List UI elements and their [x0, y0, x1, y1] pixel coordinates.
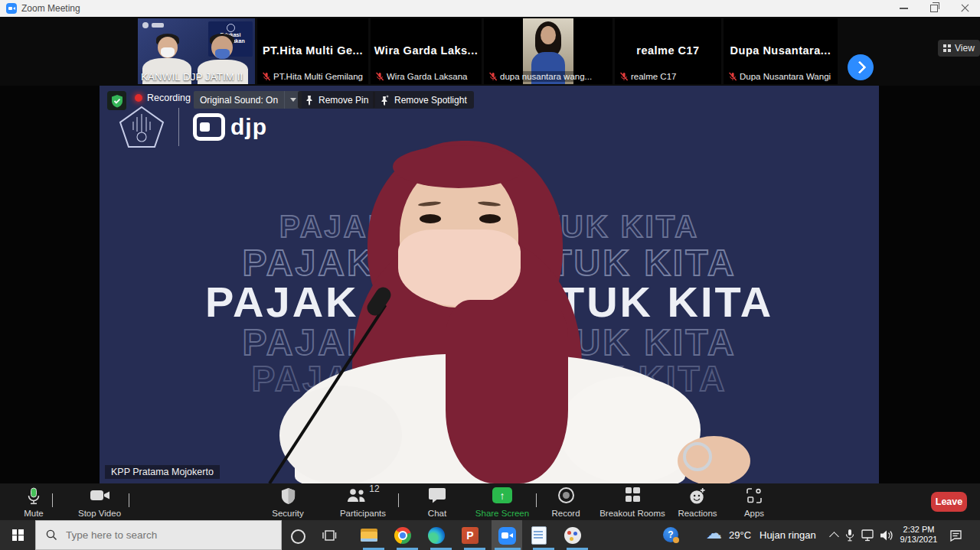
participant-tile-wira[interactable]: Wira Garda Laks... Wira Garda Laksana — [371, 18, 482, 84]
paint-button[interactable] — [564, 526, 582, 545]
taskbar-clock[interactable]: 2:32 PM 9/13/2021 — [896, 525, 942, 545]
record-button[interactable]: Record — [547, 487, 585, 518]
muted-mic-icon — [619, 72, 629, 81]
file-explorer-button[interactable] — [360, 526, 378, 545]
breakout-rooms-button[interactable]: Breakout Rooms — [599, 487, 666, 518]
pin-icon — [305, 95, 314, 106]
help-tip-icon[interactable]: ? — [663, 527, 678, 542]
chevron-up-icon — [536, 493, 537, 507]
participants-button[interactable]: 12 Participants — [335, 487, 390, 518]
muted-mic-icon — [375, 72, 384, 81]
participant-tile-dupa[interactable]: Dupa Nusantara... Dupa Nusantara Wangi — [724, 18, 838, 84]
participant-tile-realme[interactable]: realme C17 realme C17 — [615, 18, 721, 84]
paint-icon — [564, 527, 581, 544]
powerpoint-button[interactable]: P — [461, 526, 479, 545]
running-app-indicator — [397, 548, 418, 550]
participant-display-name: realme C17 — [615, 44, 721, 57]
chevron-down-icon — [290, 98, 296, 102]
running-app-indicator — [363, 548, 384, 550]
share-screen-icon: ↑ — [492, 487, 512, 503]
leave-button[interactable]: Leave — [931, 492, 967, 512]
folder-icon — [361, 529, 377, 542]
muted-mic-icon — [728, 72, 737, 81]
participant-display-name: Wira Garda Laks... — [371, 44, 482, 57]
sleeve-shape — [279, 386, 402, 483]
share-options-chevron[interactable] — [536, 494, 537, 508]
running-app-indicator — [464, 548, 485, 550]
running-app-indicator — [533, 548, 554, 550]
share-screen-button[interactable]: ↑ Share Screen — [472, 487, 532, 518]
participant-tile-dupa-cam[interactable]: dupa nusantara wang... — [484, 18, 612, 84]
logo-divider — [178, 108, 179, 146]
weather-description[interactable]: Hujan ringan — [760, 529, 816, 541]
tray-expand-chevron[interactable] — [828, 532, 839, 541]
tray-volume[interactable] — [879, 528, 894, 542]
stop-video-button[interactable]: Stop Video — [75, 487, 124, 518]
participant-name-label: Dupa Nusantara Wangi — [727, 71, 834, 82]
task-view-button[interactable] — [320, 526, 338, 545]
participant-tile-kanwil[interactable]: Edukasi Perpajakan KANWIL DJP JATIM II — [138, 18, 255, 84]
view-button[interactable]: View — [938, 40, 980, 57]
eye-shape — [479, 214, 501, 223]
window-controls — [888, 0, 980, 17]
chevron-right-icon — [853, 61, 866, 74]
original-sound-toggle[interactable]: Original Sound: On — [194, 91, 302, 109]
zoom-icon — [498, 527, 516, 545]
running-app-indicator — [567, 548, 588, 550]
chat-button[interactable]: Chat — [420, 487, 455, 518]
zoom-taskbar-button[interactable] — [498, 526, 516, 545]
recording-dot-icon — [135, 94, 142, 102]
record-icon — [558, 487, 574, 503]
video-options-chevron[interactable] — [129, 494, 129, 508]
start-button[interactable] — [0, 520, 35, 550]
minimize-button[interactable] — [888, 0, 919, 17]
participants-options-chevron[interactable] — [398, 494, 399, 508]
reactions-button[interactable]: Reactions — [675, 487, 720, 518]
running-app-indicator — [495, 548, 521, 550]
notepad-button[interactable] — [530, 526, 548, 545]
windows-taskbar: P ? ☁ 29°C Hujan ringan — [0, 520, 980, 550]
tray-network[interactable] — [861, 529, 876, 542]
participant-tile-pthita[interactable]: PT.Hita Multi Ge... PT.Hita Multi Gemila… — [257, 18, 368, 84]
restore-button[interactable] — [919, 0, 949, 17]
participants-icon — [346, 487, 367, 504]
video-thumbnail-strip: Edukasi Perpajakan KANWIL DJP JATIM II P… — [0, 17, 980, 86]
eye-shape — [420, 214, 441, 223]
weather-temperature[interactable]: 29°C — [729, 529, 751, 541]
reactions-smiley-icon — [688, 487, 707, 505]
security-button[interactable]: Security — [266, 487, 309, 518]
main-stage: PAJAK KITA UNTUK KITA PAJAK KITA UNTUK K… — [0, 86, 980, 483]
action-center-icon — [949, 529, 962, 542]
video-camera-icon — [90, 487, 110, 504]
mute-button[interactable]: Mute — [17, 487, 51, 518]
title-bar: Zoom Meeting — [0, 0, 980, 17]
chevron-up-icon — [398, 493, 399, 507]
next-page-arrow-button[interactable] — [848, 54, 874, 80]
taskbar-search[interactable] — [35, 520, 282, 550]
participants-count-badge: 12 — [369, 483, 379, 494]
participant-name-label: PT.Hita Multi Gemilang — [260, 71, 366, 82]
weather-cloud-icon[interactable]: ☁ — [706, 524, 722, 542]
cortana-icon[interactable] — [291, 529, 305, 544]
encryption-shield-badge[interactable] — [107, 91, 126, 110]
bracelet-shape — [683, 442, 712, 471]
hijab-drape-shape — [446, 300, 568, 483]
pinned-speaker-video[interactable]: PAJAK KITA UNTUK KITA PAJAK KITA UNTUK K… — [100, 86, 879, 483]
remove-pin-button[interactable]: Remove Pin — [298, 91, 375, 109]
notepad-icon — [531, 526, 547, 545]
close-button[interactable] — [949, 0, 980, 17]
remove-spotlight-button[interactable]: Remove Spotlight — [373, 91, 474, 109]
gallery-view-icon — [943, 44, 951, 52]
muted-mic-icon — [262, 72, 271, 81]
tile-logo-icon — [152, 23, 164, 28]
action-center-button[interactable] — [948, 529, 963, 542]
chevron-up-icon — [129, 493, 129, 507]
search-input[interactable] — [64, 529, 259, 542]
chrome-button[interactable] — [394, 526, 412, 545]
tray-microphone[interactable] — [844, 528, 856, 543]
apps-button[interactable]: Apps — [737, 487, 772, 518]
edge-button[interactable] — [427, 526, 446, 545]
apps-icon — [746, 487, 763, 504]
windows-logo-icon — [12, 529, 24, 541]
mute-options-chevron[interactable] — [52, 494, 53, 508]
